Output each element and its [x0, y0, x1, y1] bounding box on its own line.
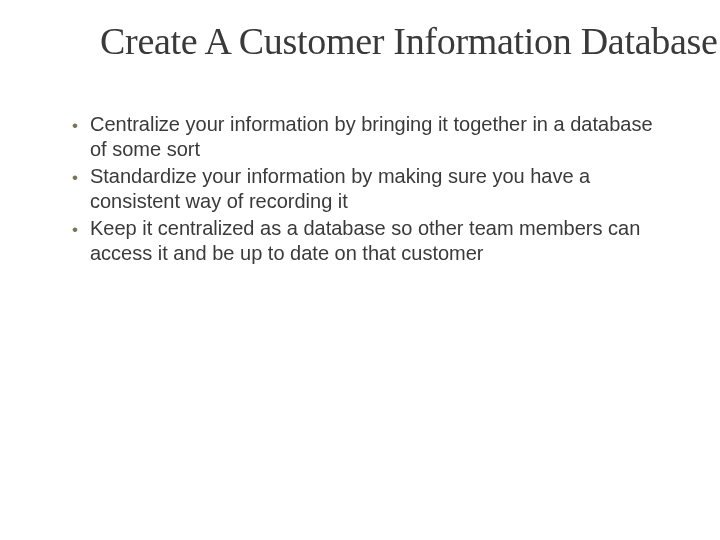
slide-container: Create A Customer Information Database •… — [0, 0, 720, 540]
bullet-item: • Standardize your information by making… — [72, 164, 660, 214]
bullet-text: Centralize your information by bringing … — [90, 112, 660, 162]
bullet-text: Standardize your information by making s… — [90, 164, 660, 214]
slide-content: • Centralize your information by bringin… — [72, 112, 660, 266]
bullet-marker-icon: • — [72, 219, 78, 240]
slide-title: Create A Customer Information Database — [100, 20, 720, 64]
bullet-item: • Keep it centralized as a database so o… — [72, 216, 660, 266]
bullet-marker-icon: • — [72, 167, 78, 188]
bullet-item: • Centralize your information by bringin… — [72, 112, 660, 162]
bullet-marker-icon: • — [72, 115, 78, 136]
bullet-list: • Centralize your information by bringin… — [72, 112, 660, 266]
bullet-text: Keep it centralized as a database so oth… — [90, 216, 660, 266]
